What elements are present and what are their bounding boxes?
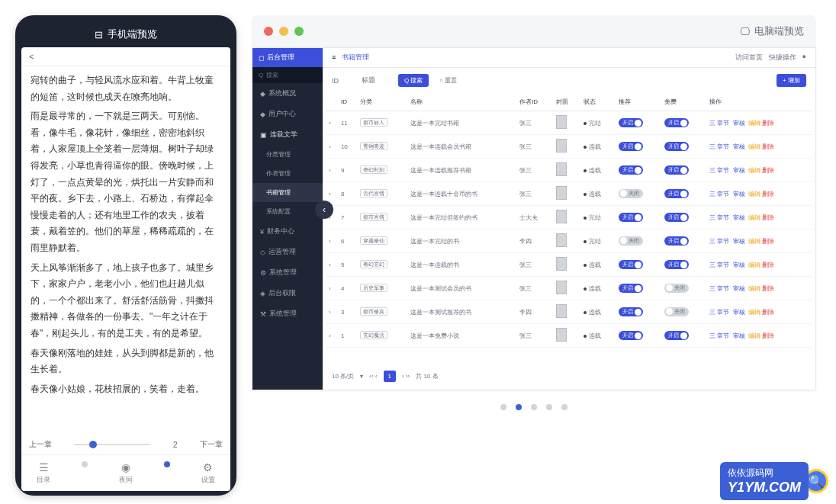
menu-ops[interactable]: ◇运营管理 xyxy=(252,242,323,262)
toggle-on[interactable]: 开启 xyxy=(619,213,643,222)
toggle-on[interactable]: 开启 xyxy=(664,118,689,127)
toggle-on[interactable]: 开启 xyxy=(664,189,689,198)
page-slider[interactable] xyxy=(74,444,150,445)
toggle-on[interactable]: 开启 xyxy=(619,260,643,269)
cover-thumb xyxy=(556,304,567,318)
cover-thumb xyxy=(556,328,567,342)
menu-sysconfig[interactable]: 系统配置 xyxy=(252,202,323,221)
back-button[interactable]: < xyxy=(21,47,230,66)
toggle-on[interactable]: 开启 xyxy=(664,213,689,222)
cover-thumb xyxy=(556,233,567,247)
watermark-url: Y1YM.COM xyxy=(728,480,801,496)
toggle-on[interactable]: 开启 xyxy=(619,307,643,316)
monitor-icon: 🖵 xyxy=(740,26,750,37)
toggle-on[interactable]: 开启 xyxy=(664,331,689,340)
cover-thumb xyxy=(556,115,567,129)
toggle-on[interactable]: 开启 xyxy=(664,260,689,269)
page-size[interactable]: 10 条/页 xyxy=(332,372,354,380)
table-row: ›7都市言情这是一本完结但签约的书士大夫完结开启开启三 章节 审核 编辑 删除 xyxy=(326,206,812,230)
page-total: 共 10 条 xyxy=(416,372,438,380)
toggle-on[interactable]: 开启 xyxy=(664,236,689,246)
bottom-nav: ☰目录 ◉夜间 ⚙设置 xyxy=(21,454,230,491)
chapter-pager: 上一章 2 下一章 xyxy=(21,435,230,454)
avatar[interactable]: ● xyxy=(802,53,806,63)
toggle-on[interactable]: 开启 xyxy=(619,142,643,151)
wrench-icon: ⚒ xyxy=(260,310,266,318)
search-icon: Q xyxy=(259,72,263,79)
search-button[interactable]: Q 搜索 xyxy=(398,74,429,87)
toggle-off[interactable]: 关闭 xyxy=(619,236,643,246)
reset-button[interactable]: ○ 重置 xyxy=(433,74,463,87)
table-row: ›6穿越修仙这是一本完结的书李四完结关闭开启三 章节 审核 编辑 删除 xyxy=(326,230,812,253)
menu-sysadmin[interactable]: ⚒系统管理 xyxy=(252,303,323,324)
toggle-off[interactable]: 关闭 xyxy=(664,284,689,293)
cover-thumb xyxy=(556,139,567,152)
col-header: 作者ID xyxy=(516,93,553,111)
nav-settings[interactable]: ⚙设置 xyxy=(201,461,215,485)
mobile-title: 手机端预览 xyxy=(108,27,157,41)
cover-thumb xyxy=(556,162,567,176)
ops-icon: ◇ xyxy=(260,249,265,256)
toggle-on[interactable]: 开启 xyxy=(619,284,643,293)
page-1[interactable]: 1 xyxy=(384,371,396,382)
hamburger-icon[interactable]: ≡ 书籍管理 xyxy=(332,53,369,63)
chart-icon: ◆ xyxy=(260,90,265,98)
eye-icon: ◉ xyxy=(120,461,132,474)
page-number: 2 xyxy=(173,441,178,449)
pagination: 10 条/页 ▾ ‹‹ ‹ 1 › ›› 共 10 条 xyxy=(323,363,815,390)
gear-icon: ⚙ xyxy=(202,461,214,474)
menu-author[interactable]: 作者管理 xyxy=(252,164,323,183)
menu-serial[interactable]: ▣连载文学 xyxy=(252,124,323,145)
cover-thumb xyxy=(556,210,567,223)
traffic-lights xyxy=(264,27,304,36)
nav-toc[interactable]: ☰目录 xyxy=(37,461,50,485)
col-header: 免费 xyxy=(661,93,707,111)
prev-chapter[interactable]: 上一章 xyxy=(29,439,52,450)
menu-finance[interactable]: ¥财务中心 xyxy=(252,221,323,242)
close-icon[interactable] xyxy=(264,27,273,36)
nav-night[interactable]: ◉夜间 xyxy=(119,461,133,485)
minimize-icon[interactable] xyxy=(279,27,288,36)
menu-sysmgmt[interactable]: ⚙系统管理 xyxy=(252,262,323,283)
visit-home-link[interactable]: 访问首页 xyxy=(735,53,763,63)
menu-perm[interactable]: ◈后台权限 xyxy=(252,283,323,303)
sidebar-search[interactable]: Q 搜索 xyxy=(252,67,323,83)
cover-thumb xyxy=(556,281,567,294)
table-row: ›5奇幻玄幻这是一本连载的书张三连载开启开启三 章节 审核 编辑 删除 xyxy=(326,253,812,277)
watermark: 软件/游戏/小程序/棋牌 依依源码网 Y1YM.COM 🔍 xyxy=(720,462,828,500)
grid-icon: ◻ xyxy=(259,54,264,62)
toggle-off[interactable]: 关闭 xyxy=(664,307,689,316)
toggle-on[interactable]: 开启 xyxy=(619,118,643,127)
user-icon: ◆ xyxy=(260,111,265,118)
lock-icon: ◈ xyxy=(260,290,265,297)
quick-actions-link[interactable]: 快捷操作 xyxy=(769,53,796,63)
toggle-on[interactable]: 开启 xyxy=(619,331,643,340)
toggle-on[interactable]: 开启 xyxy=(664,142,689,151)
col-header: 状态 xyxy=(580,93,616,111)
col-header: 封面 xyxy=(553,93,580,111)
toggle-on[interactable]: 开启 xyxy=(664,165,689,175)
collapse-sidebar[interactable]: ‹ xyxy=(315,201,333,219)
table-row: ›11都市丽人这是一本完结书籍张三完结开启开启三 章节 审核 编辑 删除 xyxy=(326,111,812,135)
col-header: ID xyxy=(338,93,357,111)
toggle-off[interactable]: 关闭 xyxy=(619,189,643,198)
table-row: ›1玄幻魔法这是一本免费小说张三连载开启开启三 章节 审核 编辑 删除 xyxy=(326,324,812,348)
filter-title-label: 标题 xyxy=(362,75,375,85)
table-row: ›8古代言情这是一本连载十金币的书张三连载关闭开启三 章节 审核 编辑 删除 xyxy=(326,182,812,206)
next-chapter[interactable]: 下一章 xyxy=(200,439,223,450)
menu-user[interactable]: ◆用户中心 xyxy=(252,104,323,124)
toggle-on[interactable]: 开启 xyxy=(619,165,643,175)
books-table: ID分类名称作者ID封面状态推荐免费操作 ›11都市丽人这是一本完结书籍张三完结… xyxy=(326,93,812,348)
col-header: 推荐 xyxy=(616,93,661,111)
table-row: ›4历史军事这是一本测试会员的书张三连载开启关闭三 章节 审核 编辑 删除 xyxy=(326,277,812,300)
add-button[interactable]: + 增加 xyxy=(777,74,806,87)
book-icon: ▣ xyxy=(260,131,267,139)
breadcrumb[interactable]: 书籍管理 xyxy=(342,53,369,61)
mobile-preview: ⊟ 手机端预览 < 宛转的曲子，与轻风流水应和着。牛背上牧童的短笛，这时候也成天… xyxy=(15,15,236,496)
menu-category[interactable]: 分类管理 xyxy=(252,145,323,164)
maximize-icon[interactable] xyxy=(294,27,304,36)
menu-books[interactable]: 书籍管理 xyxy=(252,183,323,202)
menu-overview[interactable]: ◆系统概况 xyxy=(252,83,323,104)
table-row: ›10青铜奇迹这是一本连载会员书籍张三连载开启开启三 章节 审核 编辑 删除 xyxy=(326,135,812,159)
doc-icon: ⊟ xyxy=(95,29,103,40)
